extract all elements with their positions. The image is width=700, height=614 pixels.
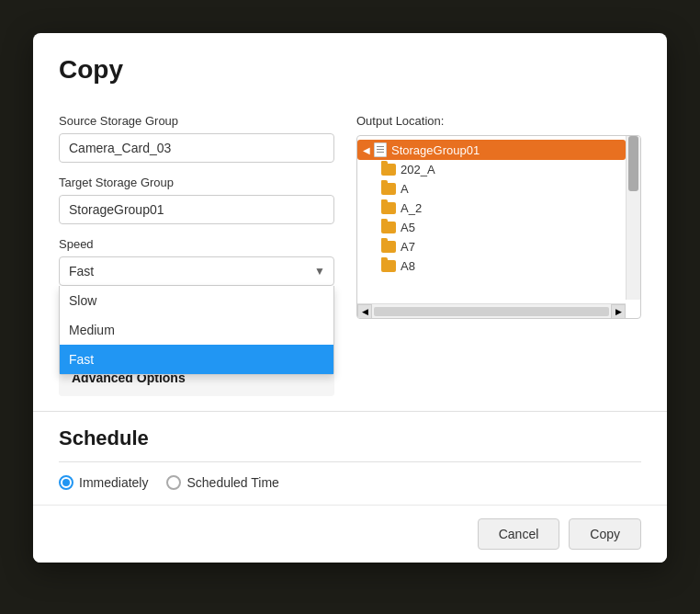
- folder-icon-a2: [381, 202, 396, 214]
- tree-item-label: 202_A: [401, 163, 435, 176]
- schedule-divider: [59, 461, 641, 462]
- hscroll-left-arrow[interactable]: ◀: [357, 304, 372, 319]
- output-tree-container: ◀ StorageGroup01 202_A: [356, 135, 641, 319]
- tree-item-a[interactable]: A: [357, 179, 626, 199]
- radio-immediately-circle: [59, 475, 73, 490]
- radio-scheduled-label: Scheduled Time: [186, 475, 278, 490]
- tree-item-a5[interactable]: A5: [357, 218, 626, 237]
- folder-icon-a7: [381, 241, 396, 253]
- schedule-section: Schedule Immediately Scheduled Time: [33, 411, 667, 505]
- speed-label: Speed: [59, 237, 334, 251]
- source-field-group: Source Storage Group: [59, 114, 334, 163]
- left-column: Source Storage Group Target Storage Grou…: [59, 114, 334, 396]
- right-column: Output Location: ◀ StorageGroup01: [356, 114, 641, 396]
- schedule-title: Schedule: [59, 426, 641, 450]
- dropdown-item-medium[interactable]: Medium: [60, 315, 333, 345]
- radio-immediately-label: Immediately: [79, 475, 148, 490]
- folder-icon-202a: [381, 164, 396, 176]
- file-icon-storagegroup01: [374, 142, 387, 157]
- scrollbar-thumb: [628, 136, 638, 191]
- cancel-button[interactable]: Cancel: [478, 518, 560, 550]
- folder-icon-a: [381, 183, 396, 195]
- radio-immediately[interactable]: Immediately: [59, 475, 148, 490]
- modal-overlay: Copy Source Storage Group Target Storage…: [0, 0, 700, 614]
- tree-item-label: A_2: [401, 201, 422, 215]
- output-label: Output Location:: [356, 114, 641, 128]
- tree-item-label: A8: [401, 259, 415, 273]
- hscroll-track: [374, 307, 609, 316]
- schedule-radio-group: Immediately Scheduled Time: [59, 475, 641, 490]
- tree-item-a2[interactable]: A_2: [357, 199, 626, 218]
- two-column-layout: Source Storage Group Target Storage Grou…: [59, 114, 641, 396]
- folder-icon-a8: [381, 260, 396, 272]
- dropdown-item-slow[interactable]: Slow: [60, 286, 333, 315]
- speed-dropdown: Slow Medium Fast: [59, 286, 334, 375]
- radio-scheduled-circle: [166, 475, 181, 490]
- tree-item-label: StorageGroup01: [391, 143, 480, 157]
- dialog-header: Copy: [33, 33, 667, 99]
- tree-item-202a[interactable]: 202_A: [357, 160, 626, 179]
- target-label: Target Storage Group: [59, 176, 334, 189]
- tree-item-label: A: [401, 182, 409, 196]
- speed-select-wrapper: Slow Medium Fast ▼ Slow Medium Fast: [59, 256, 334, 286]
- tree-horizontal-scrollbar[interactable]: ◀ ▶: [357, 303, 626, 318]
- target-field-group: Target Storage Group: [59, 176, 334, 224]
- dropdown-item-fast[interactable]: Fast: [60, 345, 333, 374]
- dialog-title: Copy: [59, 55, 641, 85]
- tree-vertical-scrollbar[interactable]: [626, 136, 640, 300]
- tree-item-a7[interactable]: A7: [357, 237, 626, 256]
- tree-item-a8[interactable]: A8: [357, 256, 626, 276]
- speed-select[interactable]: Slow Medium Fast: [59, 256, 334, 286]
- speed-section: Speed Slow Medium Fast ▼ Slow Me: [59, 237, 334, 286]
- tree-item-label: A7: [401, 240, 415, 254]
- hscroll-right-arrow[interactable]: ▶: [611, 304, 626, 319]
- source-label: Source Storage Group: [59, 114, 334, 128]
- copy-dialog: Copy Source Storage Group Target Storage…: [33, 33, 667, 563]
- radio-scheduled[interactable]: Scheduled Time: [166, 475, 278, 490]
- tree-item-storagegroup01[interactable]: ◀ StorageGroup01: [357, 140, 626, 160]
- tree-toggle-arrow: ◀: [363, 145, 370, 155]
- tree-items-list: ◀ StorageGroup01 202_A: [357, 136, 640, 290]
- tree-scroll-area[interactable]: ◀ StorageGroup01 202_A: [357, 136, 640, 318]
- target-input[interactable]: [59, 195, 334, 224]
- copy-button[interactable]: Copy: [569, 518, 641, 550]
- source-input[interactable]: [59, 133, 334, 163]
- folder-icon-a5: [381, 222, 396, 233]
- dialog-footer: Cancel Copy: [33, 505, 667, 563]
- dialog-body: Source Storage Group Target Storage Grou…: [33, 99, 667, 411]
- tree-item-label: A5: [401, 221, 415, 234]
